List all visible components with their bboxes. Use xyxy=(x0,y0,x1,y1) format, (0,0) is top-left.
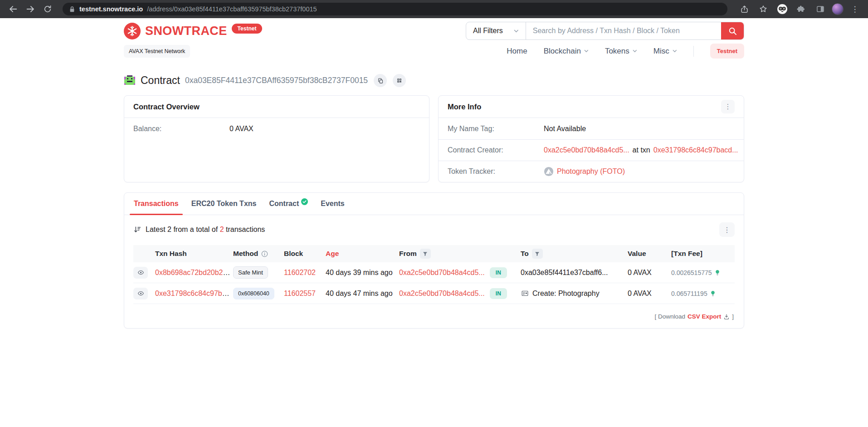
search-bar: All Filters xyxy=(466,22,744,40)
copy-address-button[interactable] xyxy=(374,74,387,87)
nav-testnet-button[interactable]: Testnet xyxy=(710,44,744,59)
page-title: Contract 0xa03E85F4411e37CBAff635975bf38… xyxy=(124,74,744,87)
overview-card-title: Contract Overview xyxy=(133,103,200,111)
nav-blockchain[interactable]: Blockchain xyxy=(544,47,589,56)
name-tag-label: My Name Tag: xyxy=(448,125,544,133)
to-address: 0xa03e85f4411e37cbaff6... xyxy=(521,269,626,277)
url-host: testnet.snowtrace.io xyxy=(79,5,143,13)
csv-export-link[interactable]: CSV Export xyxy=(688,313,721,320)
tabs-bar: Transactions ERC20 Token Txns Contract E… xyxy=(124,193,744,215)
col-block: Block xyxy=(284,250,324,258)
snowtrace-logo[interactable]: SNOWTRACE Testnet xyxy=(124,23,262,39)
txn-hash-link[interactable]: 0xe31798c6c84c97bacd... xyxy=(155,290,231,297)
creator-address-link[interactable]: 0xa2c5e0bd70b48a4cd5... xyxy=(544,146,629,154)
gas-bulb-icon[interactable] xyxy=(710,290,716,297)
from-filter-button[interactable] xyxy=(420,249,431,259)
extensions-puzzle-icon[interactable] xyxy=(794,2,809,16)
info-icon[interactable] xyxy=(261,250,268,257)
filter-icon xyxy=(422,251,428,257)
qr-code-button[interactable] xyxy=(393,74,406,87)
method-badge: Safe Mint xyxy=(233,266,268,279)
balance-label: Balance: xyxy=(133,125,229,133)
back-icon[interactable] xyxy=(5,2,21,16)
contract-identicon xyxy=(124,75,136,86)
col-age[interactable]: Age xyxy=(326,250,397,258)
reload-icon[interactable] xyxy=(40,2,55,16)
download-icon xyxy=(723,314,730,320)
chevron-down-icon xyxy=(633,49,637,53)
txn-fee-cell: 0.065711195 xyxy=(671,290,735,297)
col-txn-hash: Txn Hash xyxy=(155,250,231,258)
table-row: 0xe31798c6c84c97bacd... 0x60806040 11602… xyxy=(133,283,735,304)
snowtrace-logo-icon xyxy=(124,23,141,39)
lock-icon xyxy=(69,6,75,13)
direction-badge: IN xyxy=(490,288,507,299)
page-type-label: Contract xyxy=(141,74,180,87)
verified-check-icon xyxy=(301,198,308,205)
txn-hash-link[interactable]: 0x8b698ac72bd20b2a64... xyxy=(155,269,231,276)
at-txn-text: at txn xyxy=(633,146,650,154)
search-filter-label: All Filters xyxy=(473,27,503,35)
preview-txn-button[interactable] xyxy=(133,288,148,299)
method-badge: 0x60806040 xyxy=(233,288,274,299)
network-label: AVAX Testnet Network xyxy=(124,45,190,58)
table-row: 0x8b698ac72bd20b2a64... Safe Mint 116027… xyxy=(133,262,735,283)
tab-events[interactable]: Events xyxy=(314,193,351,215)
col-to: To xyxy=(521,249,626,259)
creator-txn-link[interactable]: 0xe31798c6c84c97bacd... xyxy=(653,146,738,154)
nav-home[interactable]: Home xyxy=(507,47,527,56)
gas-bulb-icon[interactable] xyxy=(714,269,721,276)
owl-extension-icon[interactable] xyxy=(775,2,790,16)
value-cell: 0 AVAX xyxy=(628,269,669,277)
token-tracker-label: Token Tracker: xyxy=(448,167,544,176)
qr-code-icon xyxy=(396,78,402,83)
col-from: From xyxy=(399,249,488,259)
age-value: 40 days 39 mins ago xyxy=(326,269,397,277)
filter-icon xyxy=(534,251,540,257)
side-panel-icon[interactable] xyxy=(813,2,828,16)
name-tag-value: Not Available xyxy=(544,125,586,133)
main-content: Contract 0xa03E85F4411e37CBAff635975bf38… xyxy=(124,74,744,329)
txn-total-count: 2 xyxy=(220,226,224,233)
search-icon xyxy=(728,27,737,35)
to-contract-create: Create: Photography xyxy=(532,290,600,298)
search-button[interactable] xyxy=(721,22,744,39)
sort-icon xyxy=(133,226,141,234)
contract-overview-card: Contract Overview Balance: 0 AVAX xyxy=(124,95,429,182)
token-tracker-link[interactable]: Photography (FOTO) xyxy=(557,167,625,176)
transactions-panel: Transactions ERC20 Token Txns Contract E… xyxy=(124,192,744,329)
eye-icon xyxy=(137,290,144,297)
transactions-menu-button[interactable]: ⋮ xyxy=(719,222,735,237)
txn-fee-cell: 0.0026515775 xyxy=(671,269,735,276)
eye-icon xyxy=(137,269,144,276)
search-filter-dropdown[interactable]: All Filters xyxy=(466,22,526,39)
nav-misc[interactable]: Misc xyxy=(653,47,677,56)
balance-value: 0 AVAX xyxy=(229,125,254,133)
from-address-link[interactable]: 0xa2c5e0bd70b48a4cd5... xyxy=(399,269,485,276)
col-method: Method xyxy=(233,250,282,258)
share-icon[interactable] xyxy=(736,2,752,16)
profile-avatar[interactable] xyxy=(832,3,844,15)
tab-erc20-token-txns[interactable]: ERC20 Token Txns xyxy=(185,193,263,215)
to-filter-button[interactable] xyxy=(532,249,543,259)
preview-txn-button[interactable] xyxy=(133,267,148,279)
tab-contract[interactable]: Contract xyxy=(263,193,314,215)
tab-transactions[interactable]: Transactions xyxy=(127,193,185,215)
table-header-row: Txn Hash Method Block Age From To Value … xyxy=(133,245,735,262)
browser-chrome: testnet.snowtrace.io/address/0xa03e85f44… xyxy=(0,0,868,18)
chevron-down-icon xyxy=(584,49,589,53)
bookmark-star-icon[interactable] xyxy=(756,2,771,16)
chrome-menu-icon[interactable]: ⋮ xyxy=(847,2,863,16)
block-link[interactable]: 11602557 xyxy=(284,290,316,297)
forward-icon[interactable] xyxy=(23,2,38,16)
search-input[interactable] xyxy=(526,22,721,39)
csv-export-row: [ Download CSV Export ] xyxy=(133,304,735,324)
address-bar[interactable]: testnet.snowtrace.io/address/0xa03e85f44… xyxy=(63,3,727,15)
more-info-menu-button[interactable]: ⋮ xyxy=(721,100,735,113)
contract-address: 0xa03E85F4411e37CBAff635975bf38cB2737F00… xyxy=(185,76,368,85)
nav-tokens[interactable]: Tokens xyxy=(605,47,637,56)
from-address-link[interactable]: 0xa2c5e0bd70b48a4cd5... xyxy=(399,290,485,297)
token-logo-icon xyxy=(544,167,554,177)
block-link[interactable]: 11602702 xyxy=(284,269,316,276)
nav-divider xyxy=(693,46,694,57)
